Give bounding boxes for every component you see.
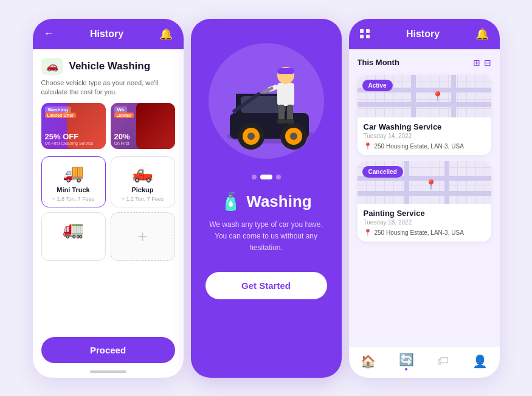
dot-3[interactable] — [276, 175, 281, 179]
dot-1[interactable] — [252, 175, 257, 179]
bottom-nav: 🏠 🔄 🏷 👤 — [349, 347, 500, 378]
truck-icon: 🚛 — [55, 218, 92, 240]
carousel-dots — [252, 175, 281, 179]
screen-vehicle-washing: ← History 🔔 🚗 Vehicle Washing Choose veh… — [33, 19, 184, 378]
washing-illustration — [206, 37, 327, 165]
vehicle-title-row: 🚗 Vehicle Washing — [41, 58, 175, 75]
screen3-title: History — [406, 29, 440, 40]
card-info-1: Car Washing Service Tuesday 14, 2022 📍 2… — [358, 117, 491, 155]
get-started-button[interactable]: Get Started — [206, 272, 327, 299]
promo-cards: Washing Limited Offer 25% OFF On First C… — [41, 103, 175, 149]
vehicle-type-truck[interactable]: 🚛 — [41, 212, 106, 261]
washing-title-row: 🧴 Washing — [220, 192, 311, 212]
vehicle-type-mini-truck[interactable]: 🚚 Mini Truck ~ 1.8 Ton, 7 Fees — [41, 156, 106, 207]
svg-point-6 — [247, 133, 255, 140]
svg-rect-17 — [277, 119, 286, 123]
card-info-2: Painting Service Tuesday 18, 2022 📍 250 … — [358, 204, 491, 241]
map-road-h-2 — [358, 102, 491, 107]
status-badge-active: Active — [362, 80, 393, 91]
proceed-button[interactable]: Proceed — [41, 337, 175, 363]
map-road-v-1 — [411, 75, 416, 117]
location-pin-icon-1: 📍 — [364, 142, 372, 150]
map-pin-1: 📍 — [432, 90, 444, 102]
service-name-2: Painting Service — [364, 209, 485, 218]
mini-truck-name: Mini Truck — [57, 186, 89, 193]
location-text-2: 250 Housing Estate, LAN-3, USA — [375, 229, 464, 236]
this-month-label: This Month — [358, 58, 399, 67]
svg-rect-13 — [277, 68, 294, 74]
add-icon: + — [137, 227, 147, 246]
screen1-header: ← History 🔔 — [33, 19, 184, 49]
promo-label-2: Limited — [114, 113, 134, 118]
vehicle-type-add[interactable]: + — [111, 212, 175, 261]
mini-truck-icon: 🚚 — [55, 162, 92, 184]
promo-discount-2: 20% — [114, 132, 171, 141]
promo-discount-1: 25% OFF — [45, 132, 102, 141]
service-location-1: 📍 250 Housing Estate, LAN-3, USA — [364, 142, 485, 150]
service-date-2: Tuesday 18, 2022 — [364, 219, 485, 226]
profile-nav-icon: 👤 — [472, 354, 488, 369]
map-road-v-2 — [451, 75, 456, 117]
screen-history: History 🔔 This Month ⊞ ⊟ 📍 — [349, 19, 500, 378]
screen3-body: This Month ⊞ ⊟ 📍 Active Car — [349, 49, 500, 347]
nav-history[interactable]: 🔄 — [399, 352, 414, 370]
map-road-v-4 — [444, 161, 449, 204]
list-view-icon[interactable]: ⊟ — [484, 58, 491, 68]
svg-rect-16 — [287, 105, 293, 122]
location-text-1: 250 Housing Estate, LAN-3, USA — [375, 143, 464, 150]
service-name-1: Car Washing Service — [364, 122, 485, 131]
dot-2[interactable] — [260, 175, 272, 179]
vehicle-subtitle: Choose vehicle type as your need, we'll … — [41, 78, 175, 97]
this-month-row: This Month ⊞ ⊟ — [358, 58, 491, 68]
service-location-2: 📍 250 Housing Estate, LAN-3, USA — [364, 229, 485, 237]
mini-truck-meta: ~ 1.8 Ton, 7 Fees — [52, 196, 95, 202]
grid-view-icon[interactable]: ⊞ — [473, 58, 480, 68]
mechanic-svg — [212, 46, 321, 156]
vehicle-types-grid: 🚚 Mini Truck ~ 1.8 Ton, 7 Fees 🛻 Pickup … — [41, 156, 175, 261]
grid-icon[interactable] — [360, 29, 371, 38]
promo-card-2[interactable]: Wa Limited 20% On First — [111, 103, 175, 149]
pickup-name: Pickup — [131, 186, 153, 193]
pickup-meta: ~ 1.2 Ton, 7 Fees — [122, 196, 164, 202]
vehicle-icon: 🚗 — [41, 58, 63, 75]
history-nav-icon: 🔄 — [399, 352, 414, 367]
map-road-v-3 — [404, 161, 409, 204]
svg-point-9 — [290, 133, 297, 140]
promo-small-1: On First Cleaning Service — [45, 141, 102, 145]
home-indicator — [90, 370, 126, 373]
promo-card-1[interactable]: Washing Limited Offer 25% OFF On First C… — [41, 103, 106, 149]
svg-rect-11 — [277, 83, 294, 106]
svg-rect-18 — [286, 119, 294, 123]
home-nav-icon: 🏠 — [361, 354, 376, 369]
view-toggle-icons: ⊞ ⊟ — [473, 58, 491, 68]
washing-main-title: Washing — [246, 192, 311, 211]
history-bell-icon[interactable]: 🔔 — [475, 27, 489, 41]
washing-bottle-icon: 🧴 — [220, 192, 241, 212]
service-date-1: Tuesday 14, 2022 — [364, 133, 485, 139]
status-badge-cancelled: Cancelled — [362, 166, 403, 178]
promo-small-2: On First — [114, 141, 171, 145]
bell-icon[interactable]: 🔔 — [159, 27, 173, 41]
map-pin-2: 📍 — [425, 179, 437, 190]
svg-rect-15 — [278, 105, 285, 122]
nav-home[interactable]: 🏠 — [361, 354, 376, 369]
map-road-h-4 — [358, 191, 491, 196]
nav-profile[interactable]: 👤 — [472, 354, 488, 369]
promo-label-1: Limited Offer — [45, 113, 77, 118]
offers-nav-icon: 🏷 — [437, 354, 449, 368]
location-pin-icon-2: 📍 — [364, 229, 372, 237]
nav-offers[interactable]: 🏷 — [437, 354, 449, 368]
screen1-body: 🚗 Vehicle Washing Choose vehicle type as… — [33, 49, 184, 332]
vehicle-type-pickup[interactable]: 🛻 Pickup ~ 1.2 Ton, 7 Fees — [111, 156, 175, 207]
history-card-car-washing[interactable]: 📍 Active Car Washing Service Tuesday 14,… — [358, 75, 491, 155]
pickup-icon: 🛻 — [125, 162, 161, 184]
nav-active-dot — [405, 368, 407, 370]
screens-container: ← History 🔔 🚗 Vehicle Washing Choose veh… — [0, 0, 532, 396]
screen-washing-onboarding: 🧴 Washing We wash any type of car you ha… — [191, 19, 342, 378]
map-thumbnail-2: 📍 Cancelled — [358, 161, 491, 204]
vehicle-title: Vehicle Washing — [69, 60, 151, 72]
map-thumbnail-1: 📍 Active — [358, 75, 491, 117]
history-card-painting[interactable]: 📍 Cancelled Painting Service Tuesday 18,… — [358, 161, 491, 241]
screen1-title: History — [90, 29, 123, 40]
back-icon[interactable]: ← — [44, 27, 55, 40]
